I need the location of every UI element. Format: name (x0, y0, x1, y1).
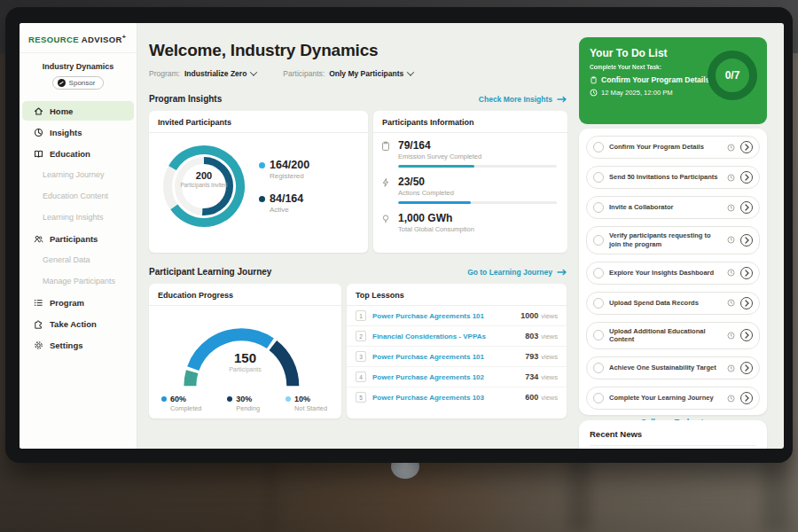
legend-dot-registered (259, 162, 265, 168)
learning-journey-header: Participant Learning Journey Go to Learn… (149, 267, 567, 277)
task-label: Send 50 Invitations to Participants (609, 173, 722, 182)
go-to-learning-journey-link[interactable]: Go to Learning Journey (467, 268, 567, 277)
recent-news-title: Recent News (590, 429, 756, 446)
lesson-title-link[interactable]: Power Purchase Agreements 102 (372, 373, 519, 381)
task-checkbox[interactable] (593, 172, 604, 183)
task-checkbox[interactable] (593, 268, 604, 278)
lesson-title-link[interactable]: Power Purchase Agreements 103 (372, 394, 519, 402)
sidebar-item-manage-participants[interactable]: Manage Participants (22, 271, 134, 291)
info-value: 23/50 (398, 176, 557, 188)
survey-progress-fill (398, 165, 474, 168)
participants-information-card: Participants Information 79/164 Emission… (373, 111, 567, 253)
task-chevron-button[interactable] (740, 329, 753, 341)
donut-legend: 164/200 Registered 84/164 Active (259, 159, 309, 214)
task-label: Explore Your Insights Dashboard (609, 269, 722, 278)
legend-dot-pending (227, 396, 232, 402)
task-chevron-button[interactable] (740, 234, 753, 246)
sidebar-item-label: Education Content (43, 192, 108, 200)
task-item[interactable]: Complete Your Learning Journey (586, 387, 760, 410)
task-chevron-button[interactable] (740, 362, 753, 374)
task-checkbox[interactable] (593, 393, 604, 403)
clock-icon (727, 364, 735, 372)
sidebar-item-take-action[interactable]: Take Action (22, 314, 134, 333)
task-chevron-button[interactable] (740, 297, 753, 309)
task-item[interactable]: Confirm Your Program Details (586, 136, 760, 159)
sidebar-item-learning-journey[interactable]: Learning Journey (22, 165, 134, 184)
task-chevron-button[interactable] (740, 392, 753, 404)
participants-icon (34, 234, 43, 244)
task-item[interactable]: Upload Spend Data Records (586, 292, 760, 315)
lesson-rank: 5 (356, 392, 366, 403)
legend-dot-active (259, 196, 265, 202)
sidebar-item-program[interactable]: Program (22, 293, 134, 312)
participants-filter[interactable]: Participants: Only My Participants (283, 69, 413, 78)
todo-counter: 0/7 (725, 69, 740, 82)
task-item[interactable]: Explore Your Insights Dashboard (586, 262, 760, 285)
invited-participants-card: Invited Participants 200 Participants In… (149, 111, 368, 253)
sponsor-badge[interactable]: Sponsor (52, 76, 105, 90)
task-label: Complete Your Learning Journey (609, 394, 722, 403)
task-checkbox[interactable] (593, 298, 604, 309)
sidebar-item-participants[interactable]: Participants (22, 229, 134, 248)
task-checkbox[interactable] (593, 142, 604, 153)
education-progress-card: Education Progress 150 Participants 60% (149, 284, 341, 419)
lesson-title-link[interactable]: Power Purchase Agreements 101 (372, 312, 514, 320)
task-item[interactable]: Upload Additional Educational Content (586, 322, 760, 350)
logo-text-advisor: ADVISOR (82, 35, 122, 44)
lesson-row: 2 Financial Considerations - VPPAs 803vi… (347, 326, 567, 347)
donut-center-value: 200 (177, 170, 231, 181)
task-checkbox[interactable] (593, 363, 604, 373)
program-insights-header: Program Insights Check More Insights (149, 94, 567, 104)
lesson-views-count: 734 (525, 372, 538, 381)
card-title: Participants Information (373, 111, 567, 133)
lesson-title-link[interactable]: Financial Considerations - VPPAs (372, 332, 519, 340)
legend-pct: 10% (294, 395, 310, 403)
task-checkbox[interactable] (593, 330, 604, 340)
task-item[interactable]: Send 50 Invitations to Participants (586, 166, 760, 189)
sidebar-item-insights[interactable]: Insights (22, 122, 134, 142)
sidebar-item-education[interactable]: Education (22, 144, 134, 163)
program-filter-value: Industrialize Zero (184, 69, 246, 78)
task-label: Upload Spend Data Records (609, 299, 722, 308)
sidebar-item-home[interactable]: Home (22, 101, 134, 121)
task-item[interactable]: Invite a Collaborator (586, 196, 760, 219)
lesson-title-link[interactable]: Power Purchase Agreements 101 (372, 353, 519, 361)
link-label: Check More Insights (479, 95, 552, 104)
check-more-insights-link[interactable]: Check More Insights (479, 95, 567, 104)
task-chevron-button[interactable] (740, 201, 753, 214)
arrow-right-icon (557, 269, 567, 276)
lesson-rank: 3 (356, 351, 366, 362)
legend-value: 164/200 (270, 159, 309, 171)
clock-icon (590, 89, 598, 97)
arrow-right-icon (557, 96, 567, 103)
top-lessons-card: Top Lessons 1 Power Purchase Agreements … (347, 284, 567, 419)
program-filter[interactable]: Program: Industrialize Zero (149, 69, 256, 78)
sidebar-item-education-content[interactable]: Education Content (22, 186, 134, 206)
section-title: Program Insights (149, 94, 222, 104)
sidebar-item-settings[interactable]: Settings (22, 335, 134, 355)
sidebar-item-learning-insights[interactable]: Learning Insights (22, 207, 134, 227)
task-chevron-button[interactable] (740, 267, 753, 279)
sidebar-item-label: Manage Participants (43, 277, 115, 286)
lesson-views-suffix: views (541, 312, 558, 320)
task-checkbox[interactable] (593, 202, 604, 213)
task-item[interactable]: Achieve One Sustainability Target (586, 356, 760, 379)
legend-pct: 30% (236, 395, 252, 403)
clock-icon (727, 174, 735, 182)
task-item[interactable]: Verify participants requesting to join t… (586, 226, 760, 254)
lesson-views-suffix: views (541, 332, 558, 340)
lesson-views-count: 793 (525, 352, 538, 361)
legend-label: Active (259, 206, 309, 214)
task-chevron-button[interactable] (740, 141, 753, 153)
chevron-down-icon (407, 68, 414, 75)
lesson-row: 5 Power Purchase Agreements 103 600views (347, 387, 567, 407)
task-chevron-button[interactable] (740, 171, 753, 184)
clock-icon (727, 332, 735, 340)
legend-label: Not Started (286, 404, 327, 412)
legend-label: Registered (259, 172, 309, 180)
sidebar-nav: Home Insights Education Learning Journey… (20, 100, 137, 356)
task-checkbox[interactable] (593, 235, 604, 246)
lesson-rank: 1 (356, 310, 366, 321)
sidebar-item-general-data[interactable]: General Data (22, 250, 134, 270)
clipboard-icon (590, 76, 598, 84)
